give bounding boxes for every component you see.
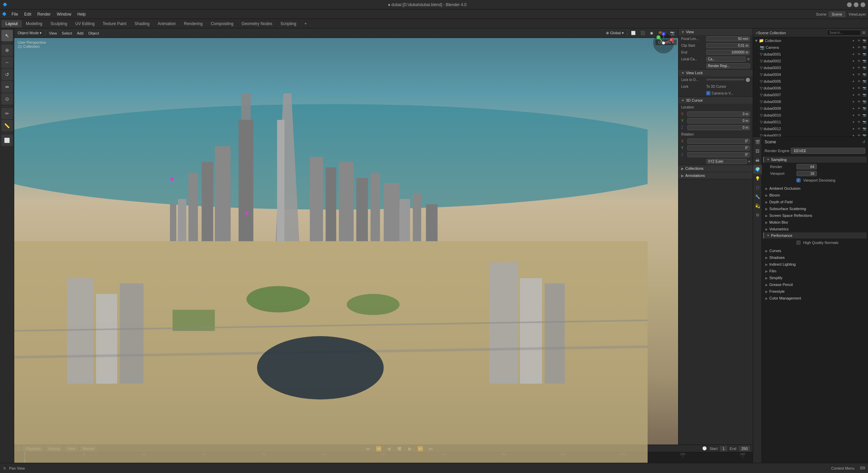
camera-settings-icon[interactable]: ⚙ [747, 57, 750, 61]
hide-7[interactable]: 👁 [856, 92, 861, 97]
performance-header[interactable]: ▼ Performance [763, 232, 867, 239]
cursor-rz-value[interactable]: 0° [687, 152, 750, 157]
tool-cursor[interactable]: ⊕ [1, 44, 13, 56]
menu-file[interactable]: File [9, 11, 21, 17]
maximize-button[interactable] [854, 2, 859, 7]
annotations-header[interactable]: ▶ Annotations [678, 172, 753, 179]
render-4[interactable]: 📷 [862, 72, 867, 77]
render-8[interactable]: 📷 [862, 99, 867, 104]
tab-modeling[interactable]: Modeling [22, 20, 46, 27]
cursor-y-value[interactable]: 0 m [687, 118, 750, 123]
render-3[interactable]: 📷 [862, 65, 867, 70]
start-value[interactable]: 1 [720, 446, 727, 451]
tool-annotate[interactable]: ✏ [1, 108, 13, 119]
shadows-section[interactable]: ▶ Shadows [763, 254, 867, 261]
properties-settings-icon[interactable]: ↺ [862, 140, 865, 144]
outliner-item-dubai0001[interactable]: ▽ dubai0001 ● 👁 📷 [753, 51, 868, 58]
vp-global-transform[interactable]: ⊕ Global ▾ [604, 30, 626, 36]
hide-1[interactable]: 👁 [856, 52, 861, 57]
outliner-search[interactable] [827, 30, 861, 36]
render-13[interactable]: 📷 [862, 133, 867, 137]
menu-render[interactable]: Render [35, 11, 53, 17]
viewport-denoising-checkbox[interactable]: ✓ [796, 178, 801, 182]
volumetrics-section[interactable]: ▶ Volumetrics [763, 226, 867, 232]
sampling-header[interactable]: ▼ Sampling [763, 157, 867, 163]
viewport-3d[interactable]: Object Mode ▾ View Select Add Object ⊕ G… [14, 28, 678, 463]
vp-add-menu[interactable]: Add [75, 30, 86, 36]
render-5[interactable]: 📷 [862, 79, 867, 84]
tool-rotate[interactable]: ↺ [1, 69, 13, 80]
vp-view-menu[interactable]: View [47, 30, 59, 36]
outliner-item-dubai0012[interactable]: ▽ dubai0012 ● 👁 📷 [753, 125, 868, 132]
ambient-occlusion-section[interactable]: ▶ Ambient Occlusion [763, 185, 867, 192]
render-10[interactable]: 📷 [862, 113, 867, 118]
tab-animation[interactable]: Animation [154, 20, 180, 27]
prop-modifier-icon[interactable]: 🔧 [753, 192, 762, 201]
lock-to-value[interactable] [706, 79, 744, 80]
outliner-item-dubai0004[interactable]: ▽ dubai0004 ● 👁 📷 [753, 71, 868, 78]
outliner-item-dubai0010[interactable]: ▽ dubai0010 ● 👁 📷 [753, 112, 868, 119]
tab-texture-paint[interactable]: Texture Paint [99, 20, 131, 27]
prop-physics-icon[interactable]: ⚙ [753, 211, 762, 220]
outliner-item-dubai0002[interactable]: ▽ dubai0002 ● 👁 📷 [753, 58, 868, 64]
menu-edit[interactable]: Edit [21, 11, 34, 17]
tab-scripting[interactable]: Scripting [276, 20, 300, 27]
hide-13[interactable]: 👁 [856, 133, 861, 137]
tab-uv-editing[interactable]: UV Editing [71, 20, 99, 27]
render-9[interactable]: 📷 [862, 106, 867, 111]
hide-2[interactable]: 👁 [856, 59, 861, 63]
render-12[interactable]: 📷 [862, 126, 867, 131]
hide-11[interactable]: 👁 [856, 120, 861, 124]
menu-help[interactable]: Help [75, 11, 88, 17]
depth-of-field-section[interactable]: ▶ Depth of Field [763, 199, 867, 205]
subsurface-section[interactable]: ▶ Subsurface Scattering [763, 205, 867, 212]
prop-object-icon[interactable]: ⬡ [753, 183, 762, 192]
hide-12[interactable]: 👁 [856, 126, 861, 131]
outliner-item-dubai0011[interactable]: ▽ dubai0011 ● 👁 📷 [753, 119, 868, 125]
outliner-item-dubai0005[interactable]: ▽ dubai0005 ● 👁 📷 [753, 78, 868, 85]
camera-render-icon[interactable]: 📷 [862, 45, 867, 50]
prop-scene-icon[interactable]: 🌍 [753, 165, 762, 174]
focal-length-value[interactable]: 50 mm [706, 36, 750, 41]
collections-header[interactable]: ▶ Collections [678, 165, 753, 172]
menu-window[interactable]: Window [54, 11, 74, 17]
tool-scale[interactable]: ⇹ [1, 81, 13, 92]
ssr-section[interactable]: ▶ Screen Space Reflections [763, 212, 867, 219]
clip-start-value[interactable]: 0.01 m [706, 43, 750, 48]
outliner-item-dubai0008[interactable]: ▽ dubai0008 ● 👁 📷 [753, 98, 868, 105]
euler-mode-value[interactable]: XYZ Euler [706, 159, 747, 164]
lock-color-dot[interactable]: ⬤ [746, 77, 750, 82]
bloom-section[interactable]: ▶ Bloom [763, 192, 867, 199]
collection-render-icon[interactable]: 📷 [862, 38, 867, 43]
color-management-section[interactable]: ▶ Color Management [763, 295, 867, 302]
outliner-item-dubai0006[interactable]: ▽ dubai0006 ● 👁 📷 [753, 85, 868, 91]
render-6[interactable]: 📷 [862, 86, 867, 90]
high-quality-normals-checkbox[interactable] [796, 241, 801, 245]
render-sampling-value[interactable]: 64 [796, 164, 817, 169]
collection-hide-icon[interactable]: 👁 [856, 38, 861, 43]
vp-shading-solid[interactable]: ⬛ [638, 30, 647, 36]
vp-object-menu[interactable]: Object [86, 30, 101, 36]
outliner-item-dubai0013[interactable]: ▽ dubai0013 ● 👁 📷 [753, 132, 868, 137]
prop-view-layer-icon[interactable]: 🏔 [753, 156, 762, 165]
hide-8[interactable]: 👁 [856, 99, 861, 104]
viewport-sampling-value[interactable]: 16 [796, 171, 817, 176]
prop-particles-icon[interactable]: 💫 [753, 202, 762, 210]
hide-3[interactable]: 👁 [856, 65, 861, 70]
tool-select[interactable]: ↖ [1, 30, 13, 41]
cursor-rx-value[interactable]: 0° [687, 139, 750, 144]
render-11[interactable]: 📷 [862, 120, 867, 124]
render-7[interactable]: 📷 [862, 92, 867, 97]
end-value[interactable]: 250 [739, 446, 750, 451]
tool-move[interactable]: ↔ [1, 57, 13, 68]
tab-layout[interactable]: Layout [1, 20, 22, 27]
tool-measure[interactable]: 📏 [1, 120, 13, 131]
hide-4[interactable]: 👁 [856, 72, 861, 77]
tool-add-cube[interactable]: ⬜ [1, 135, 13, 146]
render-region-button[interactable]: Render Regi... [706, 63, 750, 68]
clip-end-value[interactable]: 1000000 m [706, 50, 750, 55]
outliner-item-collection[interactable]: ▼ 📁 Collection ● 👁 📷 [753, 37, 868, 44]
tab-add[interactable]: + [300, 20, 311, 27]
freestyle-section[interactable]: ▶ Freestyle [763, 288, 867, 295]
cursor-ry-value[interactable]: 0° [687, 145, 750, 150]
